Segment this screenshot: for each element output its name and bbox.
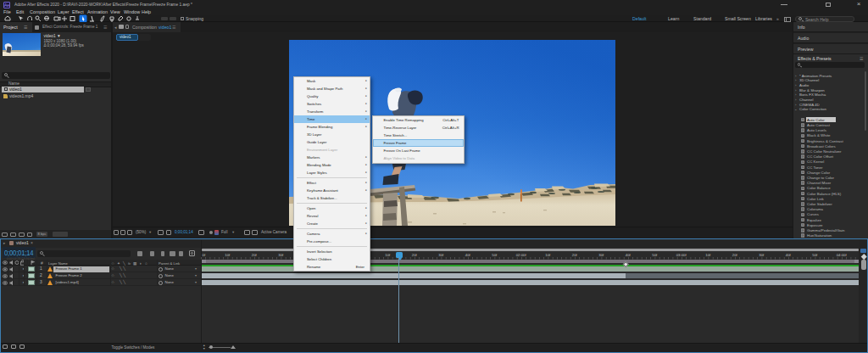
svg-text:✦: ✦ bbox=[117, 261, 120, 266]
svg-text:#: # bbox=[41, 261, 43, 266]
svg-text:◑: ◑ bbox=[139, 261, 142, 266]
svg-text:▦: ▦ bbox=[133, 261, 136, 266]
svg-text:fx: fx bbox=[128, 261, 131, 266]
svg-text:╲: ╲ bbox=[122, 261, 125, 266]
svg-text:Parent & Link: Parent & Link bbox=[159, 261, 181, 266]
svg-text:Layer Name: Layer Name bbox=[48, 261, 68, 266]
svg-text:☆: ☆ bbox=[111, 261, 114, 266]
svg-text:○: ○ bbox=[145, 261, 147, 266]
